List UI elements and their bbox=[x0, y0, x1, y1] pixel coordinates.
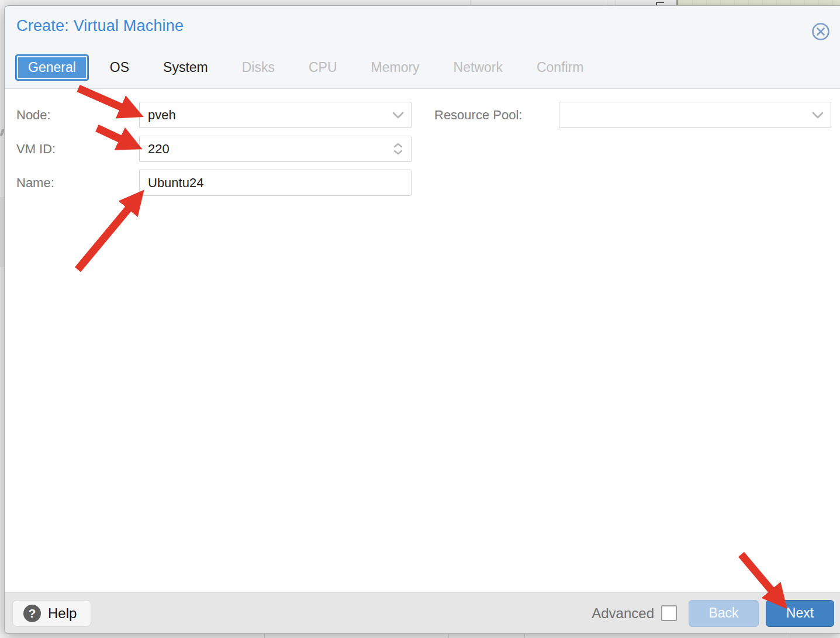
chevron-down-icon bbox=[812, 112, 824, 119]
resource-pool-input[interactable] bbox=[559, 102, 805, 127]
node-dropdown-trigger[interactable] bbox=[385, 112, 411, 119]
tab-system[interactable]: System bbox=[163, 54, 208, 81]
name-input[interactable] bbox=[140, 170, 411, 195]
tab-os[interactable]: OS bbox=[110, 54, 129, 81]
question-circle-icon: ? bbox=[23, 605, 41, 622]
background-grid-line bbox=[264, 634, 265, 638]
name-field[interactable] bbox=[139, 170, 412, 196]
vmid-spinner-field[interactable] bbox=[139, 136, 412, 162]
close-button[interactable] bbox=[811, 22, 830, 41]
background-grid-line bbox=[524, 634, 525, 638]
node-input[interactable] bbox=[140, 102, 385, 127]
help-button[interactable]: ? Help bbox=[12, 600, 91, 627]
spinner-down-icon[interactable] bbox=[393, 150, 403, 155]
node-combobox[interactable] bbox=[139, 102, 412, 128]
tab-network: Network bbox=[454, 54, 503, 81]
screen: { "window": { "title": "Create: Virtual … bbox=[0, 0, 840, 638]
resource-pool-label: Resource Pool: bbox=[434, 102, 522, 128]
advanced-label: Advanced bbox=[592, 605, 654, 622]
tab-disks: Disks bbox=[242, 54, 275, 81]
vmid-spinner-buttons[interactable] bbox=[385, 143, 411, 155]
chevron-down-icon bbox=[392, 112, 404, 119]
wizard-tab-bar: General OS System Disks CPU Memory Netwo… bbox=[15, 54, 617, 81]
create-vm-dialog: Create: Virtual Machine General OS Syste… bbox=[4, 5, 840, 634]
footer-actions: Advanced Back Next bbox=[592, 600, 834, 627]
dialog-footer: ? Help Advanced Back Next bbox=[5, 592, 840, 633]
help-button-label: Help bbox=[48, 605, 77, 622]
background-bottom-strip bbox=[0, 634, 840, 638]
background-left-strip bbox=[0, 0, 4, 638]
dialog-header: Create: Virtual Machine General OS Syste… bbox=[5, 6, 840, 89]
background-grid-line bbox=[616, 0, 616, 5]
tab-memory: Memory bbox=[371, 54, 420, 81]
node-label: Node: bbox=[16, 102, 51, 128]
background-top-strip bbox=[0, 0, 840, 5]
background-panel bbox=[678, 0, 840, 5]
background-grid-line bbox=[448, 634, 449, 638]
resource-pool-combobox[interactable] bbox=[559, 102, 831, 128]
spinner-up-icon[interactable] bbox=[393, 143, 403, 148]
name-label: Name: bbox=[16, 170, 54, 196]
tab-cpu: CPU bbox=[309, 54, 337, 81]
background-grid-line bbox=[607, 0, 607, 5]
next-button[interactable]: Next bbox=[766, 600, 834, 627]
vmid-input[interactable] bbox=[140, 136, 385, 161]
background-grid-line bbox=[790, 634, 790, 638]
advanced-checkbox[interactable] bbox=[661, 605, 677, 621]
resource-pool-dropdown-trigger[interactable] bbox=[805, 112, 831, 119]
vmid-label: VM ID: bbox=[16, 136, 56, 162]
dialog-body: Node: VM ID: Name: bbox=[5, 89, 840, 592]
close-circle-icon bbox=[811, 22, 830, 41]
back-button: Back bbox=[689, 600, 759, 627]
background-fragment bbox=[0, 197, 4, 267]
dialog-title: Create: Virtual Machine bbox=[16, 17, 184, 35]
tab-general[interactable]: General bbox=[15, 54, 89, 81]
background-grid-line bbox=[470, 0, 471, 5]
tab-confirm: Confirm bbox=[537, 54, 584, 81]
